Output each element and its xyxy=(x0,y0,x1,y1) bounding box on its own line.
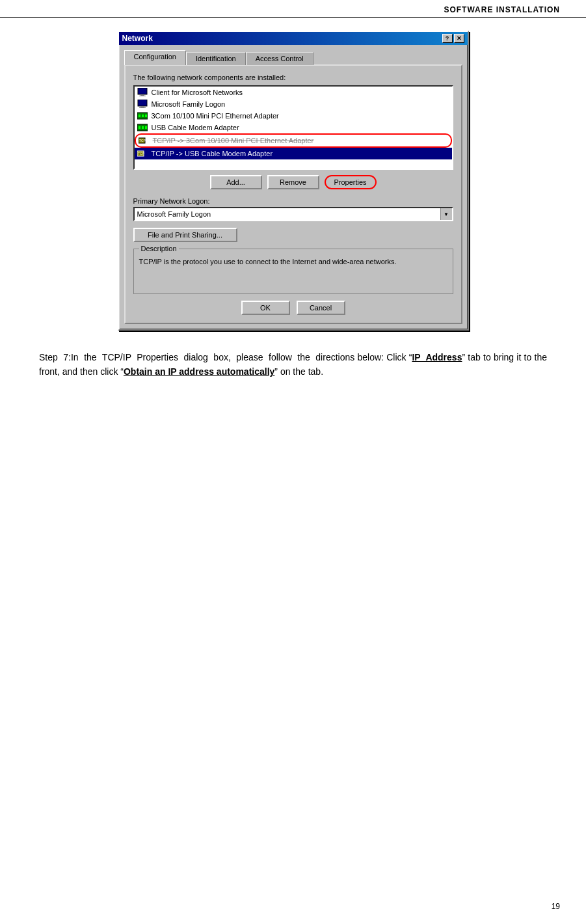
svg-text:TCP: TCP xyxy=(138,152,145,156)
page-content: Network ? ✕ Configuration Identification xyxy=(0,18,586,405)
header-title: SOFTWARE INSTALLATION xyxy=(444,5,560,14)
svg-rect-11 xyxy=(139,126,140,129)
svg-rect-4 xyxy=(140,106,144,107)
network-card-icon xyxy=(137,122,148,133)
ok-cancel-row: OK Cancel xyxy=(133,301,453,315)
logon-combobox[interactable]: Microsoft Family Logon ▼ xyxy=(133,207,453,221)
list-item-label: TCP/IP -> USB Cable Modem Adapter xyxy=(152,150,273,157)
list-item-label: Microsoft Family Logon xyxy=(152,100,226,108)
properties-button[interactable]: Properties xyxy=(325,175,377,189)
network-list[interactable]: Client for Microsoft Networks Microsoft … xyxy=(133,85,453,170)
list-item-strikethrough[interactable]: TCP TCP/IP -> 3Com 10/100 Mini PCI Ether… xyxy=(135,133,452,148)
svg-rect-0 xyxy=(138,88,147,94)
page-number: 19 xyxy=(552,902,560,911)
svg-rect-7 xyxy=(139,115,140,117)
network-dialog: Network ? ✕ Configuration Identification xyxy=(118,31,469,331)
monitor-icon xyxy=(137,99,148,109)
monitor-icon xyxy=(137,87,148,98)
tab-bar: Configuration Identification Access Cont… xyxy=(124,50,462,65)
remove-button[interactable]: Remove xyxy=(267,175,319,189)
tab-access-control[interactable]: Access Control xyxy=(246,52,313,65)
description-group: Description TCP/IP is the protocol you u… xyxy=(133,249,453,294)
list-item[interactable]: Microsoft Family Logon xyxy=(135,98,452,110)
svg-rect-1 xyxy=(140,94,144,96)
network-components-label: The following network components are ins… xyxy=(133,74,453,81)
help-button[interactable]: ? xyxy=(442,34,453,43)
svg-rect-2 xyxy=(139,96,146,96)
network-card-icon xyxy=(137,111,148,121)
svg-rect-9 xyxy=(145,115,147,117)
svg-rect-12 xyxy=(142,126,144,129)
svg-rect-8 xyxy=(142,115,144,117)
list-item-label: USB Cable Modem Adapter xyxy=(152,124,239,131)
screenshot-area: Network ? ✕ Configuration Identification xyxy=(39,31,547,331)
tab-panel: The following network components are ins… xyxy=(124,64,462,324)
close-button[interactable]: ✕ xyxy=(454,34,464,43)
svg-rect-5 xyxy=(139,107,146,108)
file-sharing-button[interactable]: File and Print Sharing... xyxy=(133,228,237,242)
tab-configuration[interactable]: Configuration xyxy=(124,50,186,65)
dialog-titlebar: Network ? ✕ xyxy=(119,32,468,45)
step-text: Step 7:In the TCP/IP Properties dialog b… xyxy=(39,350,547,379)
dialog-title: Network xyxy=(122,34,153,43)
button-row: Add... Remove Properties xyxy=(133,175,453,189)
ip-address-emphasis: IP Address xyxy=(412,352,462,362)
list-item-label: 3Com 10/100 Mini PCI Ethernet Adapter xyxy=(152,112,279,120)
page-header: SOFTWARE INSTALLATION xyxy=(0,0,586,18)
svg-rect-3 xyxy=(138,100,147,106)
tcp-icon: TCP xyxy=(139,135,149,146)
description-label: Description xyxy=(139,245,179,252)
logon-value: Microsoft Family Logon xyxy=(135,209,440,219)
tab-identification[interactable]: Identification xyxy=(186,52,246,65)
list-item-selected[interactable]: TCP TCP/IP -> USB Cable Modem Adapter xyxy=(135,148,452,159)
obtain-ip-emphasis: Obtain an IP address automatically xyxy=(124,366,274,377)
cancel-button[interactable]: Cancel xyxy=(297,301,345,315)
svg-rect-13 xyxy=(145,126,147,129)
list-item[interactable]: Client for Microsoft Networks xyxy=(135,87,452,98)
tcp-icon: TCP xyxy=(137,148,148,159)
combobox-arrow[interactable]: ▼ xyxy=(440,208,452,220)
list-item[interactable]: USB Cable Modem Adapter xyxy=(135,122,452,133)
ok-button[interactable]: OK xyxy=(241,301,290,315)
list-item[interactable]: 3Com 10/100 Mini PCI Ethernet Adapter xyxy=(135,110,452,122)
titlebar-buttons: ? ✕ xyxy=(442,34,464,43)
description-text: TCP/IP is the protocol you use to connec… xyxy=(139,257,447,267)
svg-text:TCP: TCP xyxy=(139,139,146,143)
list-item-label: Client for Microsoft Networks xyxy=(152,88,243,96)
file-sharing-row: File and Print Sharing... xyxy=(133,228,453,242)
dialog-body: Configuration Identification Access Cont… xyxy=(119,45,468,329)
logon-label: Primary Network Logon: xyxy=(133,197,453,205)
add-button[interactable]: Add... xyxy=(210,175,262,189)
list-item-label: TCP/IP -> 3Com 10/100 Mini PCI Ethernet … xyxy=(153,137,314,144)
